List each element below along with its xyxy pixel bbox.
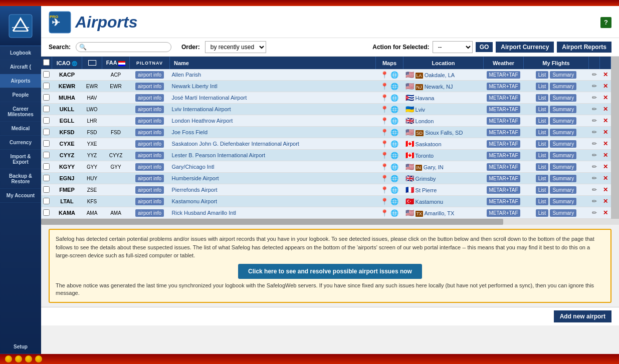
row-checkbox[interactable] [43,163,50,170]
delete-icon[interactable]: ✕ [603,83,608,90]
list-button[interactable]: List [536,117,549,125]
row-checkbox[interactable] [43,209,50,216]
row-checkbox-cell[interactable] [41,196,52,207]
row-maps[interactable]: 📍 🌐 [376,92,403,104]
row-edit[interactable]: ✏ [589,69,600,81]
row-edit[interactable]: ✏ [589,196,600,207]
sidebar-item-setup[interactable]: Setup [0,340,41,354]
globe-icon[interactable]: 🌐 [390,94,398,102]
row-delete[interactable]: ✕ [600,81,611,92]
sidebar-item-people[interactable]: People [0,88,41,102]
list-button[interactable]: List [536,83,549,90]
metar-taf-button[interactable]: METAR+TAF [487,71,520,79]
edit-icon[interactable]: ✏ [592,94,597,101]
status-dot-1[interactable] [5,355,12,362]
add-airport-button[interactable]: Add new airport [554,310,611,322]
row-pilotnav[interactable]: airport info [130,150,170,161]
row-weather[interactable]: METAR+TAF [484,161,524,173]
globe-icon[interactable]: 🌐 [390,152,398,159]
row-checkbox-cell[interactable] [41,173,52,184]
row-weather[interactable]: METAR+TAF [484,150,524,161]
row-maps[interactable]: 📍 🌐 [376,150,403,161]
sidebar-item-aircraft[interactable]: Aircraft { [0,60,41,74]
list-button[interactable]: List [536,71,549,79]
row-pilotnav[interactable]: airport info [130,138,170,150]
status-dot-3[interactable] [25,355,32,362]
row-pilotnav[interactable]: airport info [130,207,170,219]
row-checkbox-cell[interactable] [41,184,52,196]
row-delete[interactable]: ✕ [600,173,611,184]
globe-icon[interactable]: 🌐 [390,83,398,90]
row-pilotnav[interactable]: airport info [130,196,170,207]
edit-icon[interactable]: ✏ [592,129,597,136]
row-delete[interactable]: ✕ [600,127,611,138]
row-weather[interactable]: METAR+TAF [484,173,524,184]
airport-info-button[interactable]: airport info [135,71,164,79]
row-edit[interactable]: ✏ [589,127,600,138]
summary-button[interactable]: Summary [550,71,576,79]
row-checkbox-cell[interactable] [41,207,52,219]
edit-icon[interactable]: ✏ [592,117,597,124]
pin-icon[interactable]: 📍 [380,175,388,182]
row-pilotnav[interactable]: airport info [130,115,170,127]
airport-currency-button[interactable]: Airport Currency [496,42,554,53]
airport-info-button[interactable]: airport info [135,129,164,136]
row-myflights[interactable]: List Summary [524,127,589,138]
row-checkbox-cell[interactable] [41,92,52,104]
col-header-icao[interactable]: ICAO 🌐 [52,57,82,69]
row-myflights[interactable]: List Summary [524,115,589,127]
row-checkbox[interactable] [43,175,50,181]
globe-icon[interactable]: 🌐 [390,140,398,148]
row-myflights[interactable]: List Summary [524,104,589,115]
row-myflights[interactable]: List Summary [524,196,589,207]
row-myflights[interactable]: List Summary [524,184,589,196]
sidebar-item-my-account[interactable]: My Account [0,189,41,203]
row-myflights[interactable]: List Summary [524,173,589,184]
row-checkbox-cell[interactable] [41,115,52,127]
globe-icon[interactable]: 🌐 [390,129,398,136]
row-weather[interactable]: METAR+TAF [484,81,524,92]
globe-icon[interactable]: 🌐 [390,209,398,217]
row-checkbox-cell[interactable] [41,127,52,138]
pin-icon[interactable]: 📍 [380,83,388,90]
row-pilotnav[interactable]: airport info [130,81,170,92]
pin-icon[interactable]: 📍 [380,106,388,113]
delete-icon[interactable]: ✕ [603,152,608,159]
list-button[interactable]: List [536,198,549,205]
row-weather[interactable]: METAR+TAF [484,127,524,138]
sidebar-item-import-export[interactable]: Import & Export [0,150,41,169]
delete-icon[interactable]: ✕ [603,71,608,78]
row-maps[interactable]: 📍 🌐 [376,104,403,115]
row-checkbox[interactable] [43,152,50,158]
row-checkbox-cell[interactable] [41,150,52,161]
metar-taf-button[interactable]: METAR+TAF [487,198,520,205]
list-button[interactable]: List [536,94,549,102]
delete-icon[interactable]: ✕ [603,198,608,205]
list-button[interactable]: List [536,186,549,194]
edit-icon[interactable]: ✏ [592,186,597,193]
horizontal-scrollbar[interactable] [41,219,619,225]
summary-button[interactable]: Summary [550,198,576,205]
summary-button[interactable]: Summary [550,129,576,136]
summary-button[interactable]: Summary [550,83,576,90]
row-weather[interactable]: METAR+TAF [484,92,524,104]
sidebar-item-backup-restore[interactable]: Backup & Restore [0,169,41,189]
row-delete[interactable]: ✕ [600,161,611,173]
row-checkbox-cell[interactable] [41,161,52,173]
row-edit[interactable]: ✏ [589,207,600,219]
delete-icon[interactable]: ✕ [603,106,608,113]
list-button[interactable]: List [536,106,549,113]
col-header-name[interactable]: Name [170,57,376,69]
row-edit[interactable]: ✏ [589,161,600,173]
row-weather[interactable]: METAR+TAF [484,207,524,219]
row-myflights[interactable]: List Summary [524,150,589,161]
pin-icon[interactable]: 📍 [380,117,388,125]
airport-reports-button[interactable]: Airport Reports [557,42,611,53]
summary-button[interactable]: Summary [550,209,576,217]
pin-icon[interactable]: 📍 [380,186,388,194]
row-maps[interactable]: 📍 🌐 [376,81,403,92]
summary-button[interactable]: Summary [550,117,576,125]
edit-icon[interactable]: ✏ [592,209,597,216]
row-myflights[interactable]: List Summary [524,81,589,92]
edit-icon[interactable]: ✏ [592,175,597,182]
